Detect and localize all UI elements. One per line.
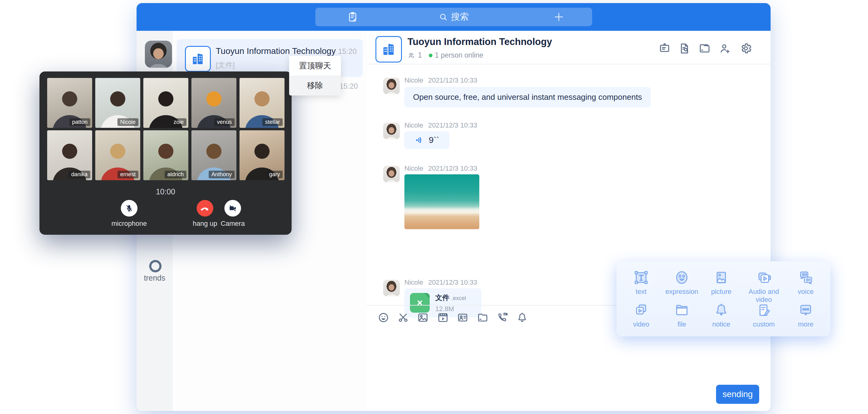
panel-item-audio-video[interactable]: Audio and video: [743, 269, 784, 304]
participant-name: stellar: [262, 118, 283, 126]
participant-name: danika: [68, 171, 90, 178]
voice-wave-icon: [414, 135, 425, 145]
screen: 搜索 trends: [0, 0, 868, 414]
trends-label: trends: [136, 274, 173, 283]
panel-item-voice[interactable]: voice: [785, 269, 826, 296]
panel-label: expression: [661, 288, 702, 296]
message-time: 2021/12/3 10:33: [428, 279, 477, 286]
group-avatar: [185, 46, 211, 72]
panel-item-notice[interactable]: notice: [701, 302, 742, 328]
group-files-icon[interactable]: [699, 42, 711, 55]
video-clapper-icon[interactable]: [437, 312, 449, 323]
message-type-panel: text expression picture: [617, 261, 830, 337]
video-tile: aldrich: [143, 130, 188, 180]
sender-name: Nicole: [404, 279, 423, 286]
send-button[interactable]: sending: [716, 385, 759, 404]
menu-item-pin-chat[interactable]: 置顶聊天: [289, 56, 341, 75]
participant-name: ernest: [118, 171, 138, 178]
sender-avatar[interactable]: [383, 280, 400, 296]
panel-label: video: [621, 320, 661, 328]
text-message-bubble[interactable]: Open source, free, and universal instant…: [404, 87, 651, 107]
panel-label: Audio and video: [743, 288, 784, 304]
panel-item-text[interactable]: text: [621, 269, 661, 296]
video-tile: gary: [240, 130, 284, 180]
image-message-beach[interactable]: [404, 174, 479, 229]
file-ext: .excel: [451, 295, 466, 301]
message-meta: Nicole 2021/12/3 10:33: [404, 279, 477, 286]
video-tile: venus: [191, 78, 237, 128]
contact-card-icon[interactable]: [457, 312, 468, 323]
members-icon: [407, 52, 415, 59]
video-tile: Nicole: [95, 78, 140, 128]
voice-duration: 9``: [429, 135, 439, 145]
participant-name: venus: [214, 118, 235, 126]
panel-label: voice: [785, 288, 826, 296]
add-icon[interactable]: [553, 11, 564, 23]
user-avatar[interactable]: [145, 41, 172, 68]
announcement-icon[interactable]: [658, 42, 671, 55]
participant-name: zoie: [171, 118, 186, 126]
hang-up-button[interactable]: [197, 200, 213, 217]
search-area[interactable]: 搜索: [315, 8, 592, 26]
panel-label: file: [661, 320, 702, 328]
notification-bell-icon[interactable]: [516, 312, 528, 323]
video-tile: Anthony: [191, 130, 237, 180]
sender-avatar[interactable]: [383, 166, 400, 182]
emoji-icon[interactable]: [378, 312, 389, 323]
search-bar[interactable]: 搜索: [315, 8, 592, 26]
trends-icon: [149, 260, 161, 272]
sender-avatar[interactable]: [383, 123, 400, 139]
camera-off-button[interactable]: [224, 200, 241, 217]
panel-item-video[interactable]: video: [621, 302, 661, 328]
sender-name: Nicole: [404, 164, 423, 172]
chat-main: Tuoyun Information Technology 1 1 person…: [367, 31, 771, 411]
chat-history-search-icon[interactable]: [678, 42, 691, 55]
message-meta: Nicole 2021/12/3 10:33: [404, 76, 477, 85]
camera-label: Camera: [208, 220, 257, 228]
menu-item-remove[interactable]: 移除: [289, 75, 341, 95]
panel-label: custom: [743, 320, 784, 328]
sender-name: Nicole: [404, 121, 423, 129]
panel-item-more[interactable]: more: [785, 302, 826, 328]
call-timer: 10:00: [39, 187, 291, 196]
message-time: 2021/12/3 10:33: [428, 121, 477, 129]
panel-item-expression[interactable]: expression: [661, 269, 702, 296]
screenshot-scissors-icon[interactable]: [397, 312, 409, 323]
excel-file-icon: [410, 293, 430, 313]
sender-name: Nicole: [404, 76, 423, 85]
participant-name: Nicole: [118, 118, 138, 126]
add-member-icon[interactable]: [719, 42, 731, 55]
panel-item-picture[interactable]: picture: [701, 269, 742, 296]
panel-label: notice: [701, 320, 742, 328]
picture-icon[interactable]: [417, 312, 429, 323]
conversation-preview: [文件]: [216, 60, 235, 70]
panel-label: more: [785, 320, 826, 328]
participant-name: aldrich: [164, 171, 186, 178]
top-header: 搜索: [136, 3, 771, 31]
video-tile: danika: [47, 130, 92, 180]
conversation-time-2: 15:20: [339, 82, 358, 91]
video-tile: patton: [47, 78, 92, 128]
conversation-time: 15:20: [338, 47, 356, 56]
panel-item-file[interactable]: file: [661, 302, 702, 328]
group-avatar: [375, 36, 402, 63]
video-tile: stellar: [240, 78, 284, 128]
participant-name: gary: [266, 171, 283, 178]
chat-subtitle: 1 1 person online: [407, 51, 483, 59]
participant-name: patton: [69, 118, 90, 126]
folder-icon[interactable]: [477, 312, 489, 323]
panel-item-custom[interactable]: custom: [743, 302, 784, 328]
message-time: 2021/12/3 10:33: [428, 76, 477, 85]
video-tile: ernest: [95, 130, 140, 180]
video-call-panel: patton Nicole zoie venus stellar danika …: [39, 71, 291, 235]
call-icon[interactable]: [497, 312, 508, 323]
microphone-mute-button[interactable]: [121, 200, 137, 217]
sender-avatar[interactable]: [383, 77, 400, 94]
online-text: 1 person online: [435, 51, 483, 59]
video-tile: zoie: [143, 78, 188, 128]
message-time: 2021/12/3 10:33: [428, 164, 477, 172]
voice-message-bubble[interactable]: 9``: [404, 131, 450, 149]
conversation-title: Tuoyun Information Technology: [216, 46, 336, 56]
participant-name: Anthony: [209, 171, 235, 178]
settings-gear-icon[interactable]: [740, 42, 752, 55]
